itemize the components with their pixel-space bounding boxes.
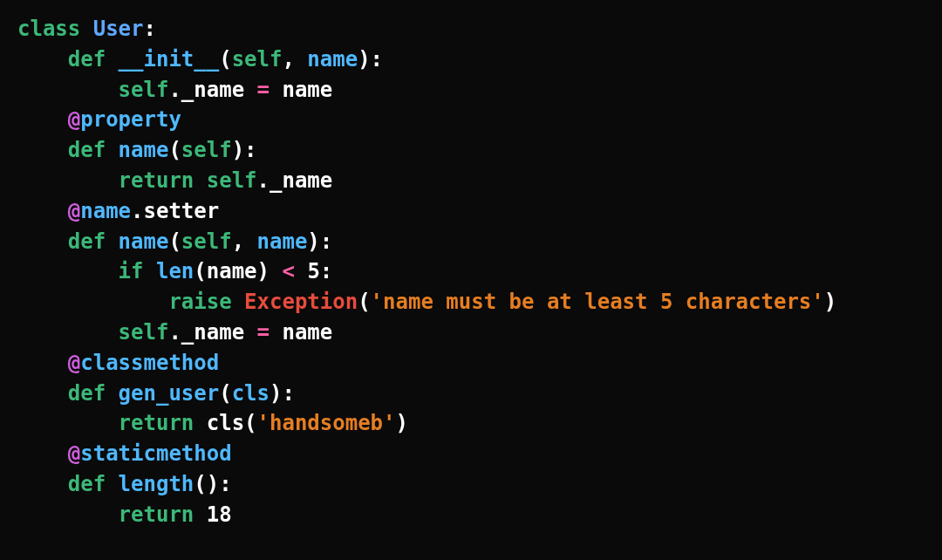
parens: (): bbox=[194, 472, 231, 496]
param-self: self bbox=[181, 138, 232, 162]
paren: ) bbox=[257, 259, 283, 283]
paren: ( bbox=[194, 259, 206, 283]
self-ref: self bbox=[207, 168, 257, 193]
function-name: name bbox=[119, 229, 169, 254]
paren: ( bbox=[168, 229, 181, 254]
keyword-return: return bbox=[119, 502, 195, 527]
space bbox=[295, 259, 307, 283]
op-lt: < bbox=[282, 259, 294, 283]
keyword-def: def bbox=[68, 47, 106, 72]
decorator-staticmethod: staticmethod bbox=[80, 441, 231, 466]
decorator-name: name bbox=[80, 199, 131, 223]
space bbox=[194, 168, 206, 193]
param-self: self bbox=[232, 47, 283, 72]
space bbox=[232, 290, 244, 314]
self-ref: self bbox=[119, 320, 169, 345]
dot: . bbox=[131, 199, 143, 223]
function-name: gen_user bbox=[119, 381, 220, 406]
attr: ._name bbox=[168, 78, 256, 102]
keyword-return: return bbox=[119, 168, 195, 193]
decorator-at: @ bbox=[68, 199, 80, 223]
space bbox=[270, 78, 282, 102]
paren: ): bbox=[232, 138, 257, 162]
paren: ( bbox=[219, 381, 231, 406]
keyword-return: return bbox=[119, 411, 195, 435]
decorator-property: property bbox=[80, 107, 181, 132]
paren: ) bbox=[396, 411, 408, 435]
decorator-at: @ bbox=[68, 441, 80, 466]
attr: ._name bbox=[257, 168, 333, 193]
string-literal: 'handsomeb' bbox=[257, 411, 396, 435]
param-cls: cls bbox=[232, 381, 270, 406]
number: 5 bbox=[307, 259, 319, 283]
code-block: class User: def __init__(self, name): se… bbox=[17, 14, 925, 530]
class-name: User bbox=[93, 17, 144, 41]
keyword-def: def bbox=[68, 229, 106, 254]
comma: , bbox=[232, 229, 257, 254]
paren: ( bbox=[168, 138, 181, 162]
function-name: __init__ bbox=[119, 47, 220, 72]
keyword-def: def bbox=[68, 381, 106, 406]
keyword-def: def bbox=[68, 138, 106, 162]
space bbox=[194, 502, 206, 527]
paren: ): bbox=[358, 47, 383, 72]
function-name: name bbox=[119, 138, 169, 162]
colon: : bbox=[320, 259, 332, 283]
decorator-setter: setter bbox=[144, 199, 220, 223]
space bbox=[270, 320, 282, 345]
keyword-raise: raise bbox=[168, 290, 231, 314]
paren: ( bbox=[219, 47, 231, 72]
param-self: self bbox=[181, 229, 232, 254]
op-assign: = bbox=[257, 78, 270, 102]
paren: ): bbox=[307, 229, 332, 254]
function-name: length bbox=[119, 472, 195, 496]
comma: , bbox=[282, 47, 307, 72]
decorator-at: @ bbox=[68, 351, 80, 375]
keyword-class: class bbox=[17, 17, 80, 41]
number: 18 bbox=[207, 502, 232, 527]
builtin-len: len bbox=[156, 259, 194, 283]
cls-ref: cls bbox=[207, 411, 244, 435]
param-name: name bbox=[307, 47, 358, 72]
paren: ( bbox=[244, 411, 256, 435]
space bbox=[144, 259, 156, 283]
attr: ._name bbox=[168, 320, 256, 345]
paren: ): bbox=[270, 381, 295, 406]
paren: ( bbox=[358, 290, 370, 314]
param-name: name bbox=[257, 229, 308, 254]
exception-class: Exception bbox=[244, 290, 358, 314]
decorator-at: @ bbox=[68, 107, 80, 132]
self-ref: self bbox=[119, 78, 169, 102]
arg: name bbox=[207, 259, 257, 283]
keyword-if: if bbox=[119, 259, 144, 283]
decorator-classmethod: classmethod bbox=[80, 351, 219, 375]
paren: ) bbox=[824, 290, 836, 314]
colon: : bbox=[144, 17, 156, 41]
op-assign: = bbox=[257, 320, 270, 345]
keyword-def: def bbox=[68, 472, 106, 496]
value: name bbox=[282, 78, 332, 102]
value: name bbox=[282, 320, 332, 345]
string-literal: 'name must be at least 5 characters' bbox=[371, 290, 824, 314]
space bbox=[194, 411, 206, 435]
